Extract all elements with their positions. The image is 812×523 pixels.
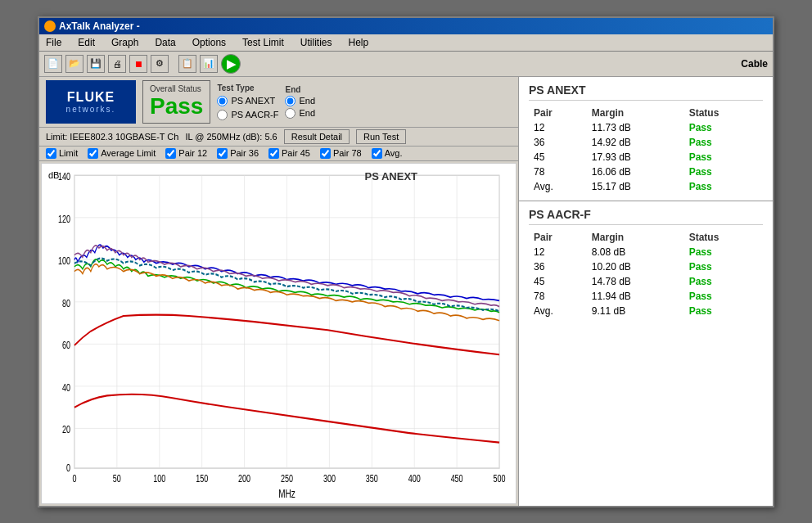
stop-btn[interactable]: ⏹ bbox=[129, 55, 147, 73]
chart-svg: 140 120 100 80 60 40 20 0 0 50 100 150 2… bbox=[42, 164, 516, 503]
overall-status-value: Pass bbox=[150, 93, 203, 119]
radio-ps-anext[interactable]: PS ANEXT bbox=[217, 96, 278, 106]
svg-text:120: 120 bbox=[58, 212, 70, 223]
cb-pair78-input[interactable] bbox=[320, 148, 331, 159]
test-type-box: Test Type PS ANEXT PS AACR-F bbox=[217, 80, 278, 124]
table-row: 12 8.08 dB Pass bbox=[529, 245, 763, 259]
app-icon bbox=[44, 20, 56, 32]
ps-anext-col-status: Status bbox=[684, 106, 763, 120]
cb-pair36-input[interactable] bbox=[217, 148, 228, 159]
svg-text:100: 100 bbox=[153, 472, 165, 484]
radio-ps-anext-input[interactable] bbox=[217, 96, 228, 106]
ps-anext-title: PS ANEXT bbox=[529, 83, 763, 101]
cb-limit[interactable]: Limit bbox=[46, 148, 78, 159]
margin-cell: 16.06 dB bbox=[587, 165, 684, 179]
ps-aacrf-table: Pair Margin Status 12 8.08 dB Pass 36 bbox=[529, 230, 763, 318]
cb-limit-label: Limit bbox=[59, 148, 78, 158]
menu-data[interactable]: Data bbox=[151, 36, 178, 49]
radio-ps-aacrf[interactable]: PS AACR-F bbox=[217, 110, 278, 120]
pair-cell: 12 bbox=[529, 120, 587, 135]
il-label: IL @ 250MHz (dB): 5.6 bbox=[185, 132, 277, 142]
cb-avg-input[interactable] bbox=[372, 148, 382, 159]
radio-ps-aacrf-label: PS AACR-F bbox=[231, 110, 278, 119]
config-btn[interactable]: ⚙ bbox=[151, 55, 169, 73]
cb-pair36[interactable]: Pair 36 bbox=[217, 148, 259, 159]
status-cell: Pass bbox=[684, 304, 763, 318]
status-cell: Pass bbox=[684, 150, 763, 165]
cb-avg-limit[interactable]: Average Limit bbox=[88, 148, 156, 159]
cb-limit-input[interactable] bbox=[46, 148, 56, 159]
radio-end-2[interactable]: End bbox=[285, 108, 315, 119]
svg-text:MHz: MHz bbox=[278, 487, 295, 500]
test-type-label: Test Type bbox=[217, 83, 278, 92]
table-row: 45 14.78 dB Pass bbox=[529, 274, 763, 289]
cb-pair45-input[interactable] bbox=[268, 148, 279, 159]
status-cell: Pass bbox=[684, 245, 763, 259]
svg-text:400: 400 bbox=[408, 472, 421, 484]
ps-anext-col-pair: Pair bbox=[529, 106, 587, 120]
radio-end-2-label: End bbox=[299, 108, 315, 118]
table-row: Avg. 15.17 dB Pass bbox=[529, 179, 763, 194]
svg-text:50: 50 bbox=[113, 472, 121, 484]
run-btn[interactable]: ▶ bbox=[221, 54, 241, 74]
status-cell: Pass bbox=[684, 135, 763, 150]
status-cell: Pass bbox=[684, 120, 763, 135]
cb-avg-limit-input[interactable] bbox=[88, 148, 98, 159]
pair-cell: 78 bbox=[529, 165, 587, 179]
save-btn[interactable]: 💾 bbox=[87, 55, 105, 73]
limit-row: Limit: IEEE802.3 10GBASE-T Ch IL @ 250MH… bbox=[39, 128, 518, 147]
pair-cell: Avg. bbox=[529, 304, 587, 318]
overall-status-box: Overall Status Pass bbox=[142, 80, 210, 124]
svg-text:300: 300 bbox=[323, 472, 336, 484]
chart-area: dB PS ANEXT bbox=[41, 163, 517, 504]
ps-anext-table: Pair Margin Status 12 11.73 dB Pass 36 bbox=[529, 106, 763, 194]
right-panel: PS ANEXT Pair Margin Status 12 11.73 dB bbox=[519, 77, 773, 506]
cb-pair45-label: Pair 45 bbox=[282, 148, 310, 158]
menu-graph[interactable]: Graph bbox=[108, 36, 142, 49]
left-panel: FLUKE networks. Overall Status Pass Test… bbox=[39, 77, 519, 506]
pair-cell: 45 bbox=[529, 274, 587, 289]
print-btn[interactable]: 🖨 bbox=[108, 55, 126, 73]
ps-aacrf-col-status: Status bbox=[684, 230, 763, 245]
cb-pair12[interactable]: Pair 12 bbox=[165, 148, 207, 159]
menu-options[interactable]: Options bbox=[189, 36, 229, 49]
table-row: 78 16.06 dB Pass bbox=[529, 165, 763, 179]
pair-cell: 45 bbox=[529, 150, 587, 165]
svg-text:20: 20 bbox=[62, 423, 70, 435]
overall-status-label: Overall Status bbox=[150, 84, 203, 93]
menu-utilities[interactable]: Utilities bbox=[297, 36, 336, 49]
ps-anext-panel: PS ANEXT Pair Margin Status 12 11.73 dB bbox=[519, 77, 773, 201]
ps-aacrf-col-margin: Margin bbox=[587, 230, 684, 245]
table-row: 12 11.73 dB Pass bbox=[529, 120, 763, 135]
cable-label: Cable bbox=[741, 58, 768, 70]
menu-help[interactable]: Help bbox=[345, 36, 372, 49]
status-cell: Pass bbox=[684, 165, 763, 179]
menu-file[interactable]: File bbox=[43, 36, 65, 49]
svg-text:450: 450 bbox=[451, 472, 463, 484]
result-detail-btn[interactable]: Result Detail bbox=[284, 129, 350, 144]
cb-pair36-label: Pair 36 bbox=[230, 148, 259, 158]
chart-btn[interactable]: 📊 bbox=[200, 55, 218, 73]
menu-test-limit[interactable]: Test Limit bbox=[239, 36, 287, 49]
cb-avg[interactable]: Avg. bbox=[372, 148, 403, 159]
open-btn[interactable]: 📂 bbox=[65, 55, 83, 73]
menu-edit[interactable]: Edit bbox=[74, 36, 98, 49]
report-btn[interactable]: 📋 bbox=[178, 55, 196, 73]
header-section: FLUKE networks. Overall Status Pass Test… bbox=[39, 77, 518, 128]
radio-ps-aacrf-input[interactable] bbox=[217, 110, 228, 120]
radio-end-2-input[interactable] bbox=[285, 108, 295, 119]
new-btn[interactable]: 📄 bbox=[44, 55, 62, 73]
svg-text:0: 0 bbox=[66, 462, 70, 473]
ps-aacrf-panel: PS AACR-F Pair Margin Status 12 8.08 dB bbox=[519, 201, 773, 325]
fluke-brand: FLUKE bbox=[67, 90, 115, 105]
window-title: AxTalk Analyzer - bbox=[59, 20, 140, 32]
y-axis-label: dB bbox=[48, 170, 59, 180]
radio-end-1[interactable]: End bbox=[285, 96, 315, 106]
cb-pair45[interactable]: Pair 45 bbox=[268, 148, 310, 159]
toolbar: 📄 📂 💾 🖨 ⏹ ⚙ 📋 📊 ▶ Cable bbox=[39, 52, 773, 77]
fluke-logo: FLUKE networks. bbox=[46, 80, 136, 124]
cb-pair78[interactable]: Pair 78 bbox=[320, 148, 362, 159]
cb-pair12-input[interactable] bbox=[165, 148, 176, 159]
radio-end-1-input[interactable] bbox=[285, 96, 295, 106]
run-test-btn[interactable]: Run Test bbox=[356, 129, 406, 144]
